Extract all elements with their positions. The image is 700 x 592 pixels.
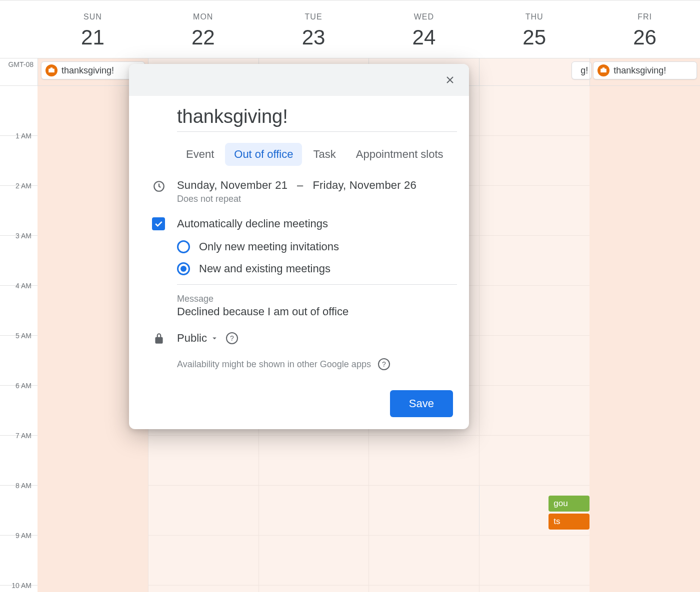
close-button[interactable] — [442, 72, 458, 88]
day-number: 23 — [258, 25, 369, 49]
day-name: WED — [368, 12, 479, 21]
modal-header — [129, 64, 469, 96]
day-name: TUE — [258, 12, 369, 21]
day-number: 22 — [148, 25, 258, 49]
tab-task[interactable]: Task — [304, 143, 344, 166]
hour-label: 9 AM — [0, 532, 38, 581]
event-fragments: gou ts — [480, 496, 590, 530]
event-fragment[interactable]: gou — [548, 496, 590, 512]
day-name: SUN — [38, 12, 148, 21]
radio-icon — [177, 240, 190, 253]
divider — [177, 284, 457, 285]
allday-event-title: thanksgiving! — [62, 65, 114, 76]
hour-label: 8 AM — [0, 482, 38, 531]
save-button[interactable]: Save — [390, 390, 453, 417]
day-number: 25 — [479, 25, 590, 49]
event-fragment[interactable]: ts — [548, 514, 590, 530]
day-number: 24 — [368, 25, 479, 49]
allday-event-partial[interactable]: g! — [572, 61, 592, 79]
tab-appointment-slots[interactable]: Appointment slots — [347, 143, 452, 166]
date-range[interactable]: Sunday, November 21 – Friday, November 2… — [177, 179, 457, 192]
day-header[interactable]: TUE 23 — [258, 0, 369, 58]
message-label: Message — [177, 294, 457, 304]
availability-hint: Availability might be shown in other Goo… — [177, 358, 457, 370]
recurrence-label[interactable]: Does not repeat — [177, 194, 457, 204]
radio-icon — [177, 262, 190, 275]
day-header[interactable]: MON 22 — [148, 0, 258, 58]
day-name: FRI — [590, 12, 700, 21]
day-header[interactable]: FRI 26 — [590, 0, 700, 58]
radio-only-new[interactable]: Only new meeting invitations — [177, 240, 457, 253]
tab-out-of-office[interactable]: Out of office — [225, 143, 302, 166]
day-name: THU — [479, 12, 590, 21]
work-icon — [598, 64, 610, 76]
hour-label: 7 AM — [0, 432, 38, 481]
radio-new-and-existing[interactable]: New and existing meetings — [177, 262, 457, 275]
auto-decline-label: Automatically decline meetings — [177, 217, 328, 230]
timezone-label: GMT-08 — [0, 58, 38, 85]
check-icon — [154, 219, 164, 229]
day-header[interactable]: THU 25 — [479, 0, 590, 58]
decline-message-input[interactable]: Declined because I am out of office — [177, 305, 457, 318]
hour-label: 4 AM — [0, 282, 38, 331]
decline-scope-radio-group: Only new meeting invitations New and exi… — [177, 240, 457, 275]
hour-label: 2 AM — [0, 182, 38, 231]
allday-event-title: thanksgiving! — [614, 65, 666, 76]
event-editor-modal: Event Out of office Task Appointment slo… — [129, 64, 469, 429]
day-headers: SUN 21 MON 22 TUE 23 WED 24 THU 25 FRI 2… — [0, 0, 700, 58]
auto-decline-checkbox[interactable] — [152, 217, 165, 230]
hour-label: 1 AM — [0, 132, 38, 181]
day-name: MON — [148, 12, 258, 21]
close-icon — [444, 74, 456, 86]
day-header[interactable]: WED 24 — [368, 0, 479, 58]
hour-label: 3 AM — [0, 232, 38, 281]
chevron-down-icon — [210, 334, 219, 343]
clock-icon — [141, 179, 177, 193]
hour-label: 10 AM — [0, 582, 38, 592]
hour-label: 5 AM — [0, 332, 38, 381]
help-icon[interactable]: ? — [378, 358, 390, 370]
day-header[interactable]: SUN 21 — [38, 0, 148, 58]
day-number: 21 — [38, 25, 148, 49]
visibility-select[interactable]: Public — [177, 332, 219, 345]
work-icon — [46, 64, 58, 76]
day-number: 26 — [590, 25, 700, 49]
allday-event[interactable]: thanksgiving! — [593, 61, 697, 79]
event-title-input[interactable] — [177, 103, 457, 132]
hour-label: 6 AM — [0, 382, 38, 431]
tab-event[interactable]: Event — [177, 143, 223, 166]
event-type-tabs: Event Out of office Task Appointment slo… — [177, 143, 457, 166]
lock-icon — [141, 331, 177, 345]
help-icon[interactable]: ? — [226, 332, 238, 344]
